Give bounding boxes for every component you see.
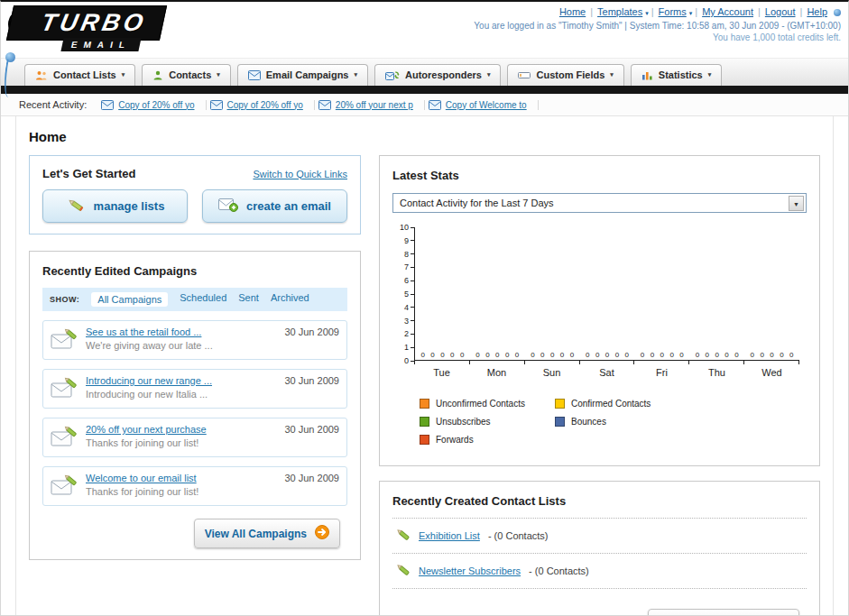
recent-activity-link[interactable]: Copy of Welcome to <box>446 100 527 110</box>
campaign-title-link[interactable]: 20% off your next purchase <box>86 424 276 435</box>
recent-activity-item[interactable]: Copy of 20% off yo <box>207 100 315 110</box>
recent-activity-item[interactable]: Copy of 20% off yo <box>97 100 206 110</box>
manage-lists-button[interactable]: manage lists <box>42 189 188 223</box>
x-axis-label: Mon <box>469 367 524 378</box>
tab-autoresponders[interactable]: Autoresponders▾ <box>374 64 501 86</box>
page-title: Home <box>29 129 820 144</box>
tab-contacts[interactable]: Contacts▾ <box>142 64 231 86</box>
x-axis-label: Tue <box>414 367 469 378</box>
tab-statistics[interactable]: Statistics▾ <box>631 64 722 86</box>
chart-value-group: 00000 <box>744 351 799 359</box>
chart-x-labels: TueMonSunSatFriThuWed <box>414 367 799 378</box>
legend-item: Unconfirmed Contacts <box>420 399 555 409</box>
header-link-help[interactable]: Help <box>807 6 827 17</box>
create-email-button[interactable]: create an email <box>202 189 347 223</box>
contact-list-link[interactable]: Exhibition List <box>419 530 480 541</box>
stats-period-select[interactable]: Contact Activity for the Last 7 Days ▼ <box>392 193 807 213</box>
contact-list-count: - (0 Contacts) <box>488 530 549 541</box>
legend-item: Unsubscribes <box>420 417 555 427</box>
chart-value-group: 00000 <box>580 351 635 359</box>
recent-activity-item[interactable]: Copy of Welcome to <box>425 100 539 110</box>
campaign-envelope-pencil-icon <box>51 474 78 500</box>
logo[interactable]: TURBO EMAIL <box>10 5 163 51</box>
statistics-icon <box>641 70 653 80</box>
chart-y-axis: 109876543210 <box>392 227 414 361</box>
y-axis-tick: 5 <box>392 290 414 299</box>
campaign-envelope-pencil-icon <box>51 377 78 402</box>
x-axis-tick <box>580 361 635 364</box>
decorative-blue-bullet <box>834 9 841 16</box>
chart-value-group: 00000 <box>689 351 744 359</box>
recent-activity-link[interactable]: 20% off your next p <box>336 100 413 110</box>
x-axis-label: Fri <box>634 367 689 378</box>
chevron-down-icon: ▾ <box>610 71 614 78</box>
activity-bar: Recent Activity: Copy of 20% off yoCopy … <box>1 94 848 116</box>
legend-item: Confirmed Contacts <box>555 399 690 409</box>
credits-left: You have 1,000 total credits left. <box>474 32 841 42</box>
recent-activity-link[interactable]: Copy of 20% off yo <box>227 100 303 110</box>
navbar: Contact Lists▾Contacts▾Email Campaigns▾A… <box>1 58 848 86</box>
filter-archived[interactable]: Archived <box>271 292 309 307</box>
filter-sent[interactable]: Sent <box>238 292 259 307</box>
contacts-icon <box>152 70 163 80</box>
tab-label: Custom Fields <box>536 69 604 80</box>
contact-list-row[interactable]: Newsletter Subscribers - (0 Contacts) <box>392 554 807 589</box>
y-axis-tick: 7 <box>392 262 414 271</box>
see-all-contact-lists-button[interactable]: See All Contact Lists <box>648 609 799 616</box>
legend-label: Confirmed Contacts <box>571 399 651 409</box>
chart-legend: Unconfirmed ContactsConfirmed ContactsUn… <box>420 399 807 453</box>
chevron-down-icon: ▾ <box>708 71 712 78</box>
campaign-title-link[interactable]: Introducing our new range ... <box>86 375 276 386</box>
contact-list-link[interactable]: Newsletter Subscribers <box>419 565 521 576</box>
tab-label: Contact Lists <box>53 69 116 80</box>
login-status: You are logged in as "Timothy Smith" | S… <box>474 21 841 31</box>
campaign-filter-bar: SHOW: All CampaignsScheduledSentArchived <box>42 288 347 311</box>
recent-activity-item[interactable]: 20% off your next p <box>315 100 425 110</box>
legend-label: Unsubscribes <box>436 417 491 427</box>
header-link-forms[interactable]: Forms <box>659 6 687 17</box>
campaign-row[interactable]: Introducing our new range ... Introducin… <box>42 369 347 409</box>
get-started-title: Let's Get Started <box>42 167 136 180</box>
header-link-home[interactable]: Home <box>559 6 586 17</box>
contact-list-row[interactable]: Exhibition List - (0 Contacts) <box>392 519 807 554</box>
tab-contact-lists[interactable]: Contact Lists▾ <box>24 64 135 86</box>
x-axis-label: Sat <box>579 367 634 378</box>
dropdown-arrow-icon: ▾ <box>645 10 649 16</box>
view-all-campaigns-button[interactable]: View All Campaigns <box>194 519 340 548</box>
filter-scheduled[interactable]: Scheduled <box>180 292 226 307</box>
header-link-logout[interactable]: Logout <box>765 6 796 17</box>
x-axis-tick <box>634 361 689 364</box>
tab-email-campaigns[interactable]: Email Campaigns▾ <box>237 64 368 86</box>
envelope-icon <box>210 100 223 110</box>
campaigns-panel: Recently Edited Campaigns SHOW: All Camp… <box>29 251 361 560</box>
campaign-title-link[interactable]: See us at the retail food ... <box>86 326 276 337</box>
legend-swatch <box>555 399 565 409</box>
campaign-title-link[interactable]: Welcome to our email list <box>86 473 276 483</box>
tab-custom-fields[interactable]: Custom Fields▾ <box>507 64 623 86</box>
header-link-my-account[interactable]: My Account <box>702 6 753 17</box>
campaign-row[interactable]: Welcome to our email list Thanks for joi… <box>42 466 347 506</box>
recent-activity-link[interactable]: Copy of 20% off yo <box>118 100 194 110</box>
campaign-date: 30 Jun 2009 <box>284 424 339 435</box>
contact-lists-title: Recently Created Contact Lists <box>392 494 566 508</box>
chart-value-group: 00000 <box>634 351 689 359</box>
x-axis-label: Sun <box>524 367 579 378</box>
campaign-date: 30 Jun 2009 <box>284 375 339 386</box>
y-axis-tick: 9 <box>392 236 414 245</box>
x-axis-tick <box>525 361 580 364</box>
header-link-templates[interactable]: Templates <box>597 6 642 17</box>
switch-quick-links-link[interactable]: Switch to Quick Links <box>253 169 347 179</box>
logo-subtitle: EMAIL <box>60 38 141 51</box>
chart-values-row: 00000000000000000000000000000000000 <box>415 351 799 359</box>
chart-value-group: 00000 <box>470 351 525 359</box>
campaign-filters: All CampaignsScheduledSentArchived <box>91 292 309 307</box>
legend-item: Bounces <box>555 417 690 427</box>
campaign-row[interactable]: 20% off your next purchase Thanks for jo… <box>42 418 347 457</box>
campaign-date: 30 Jun 2009 <box>284 326 339 337</box>
campaign-row[interactable]: See us at the retail food ... We're givi… <box>42 320 347 360</box>
legend-swatch <box>555 417 565 427</box>
contact-list-count: - (0 Contacts) <box>529 565 589 576</box>
envelope-plus-icon <box>218 198 238 215</box>
filter-all-campaigns[interactable]: All Campaigns <box>91 292 168 307</box>
campaign-list: See us at the retail food ... We're givi… <box>42 320 347 506</box>
